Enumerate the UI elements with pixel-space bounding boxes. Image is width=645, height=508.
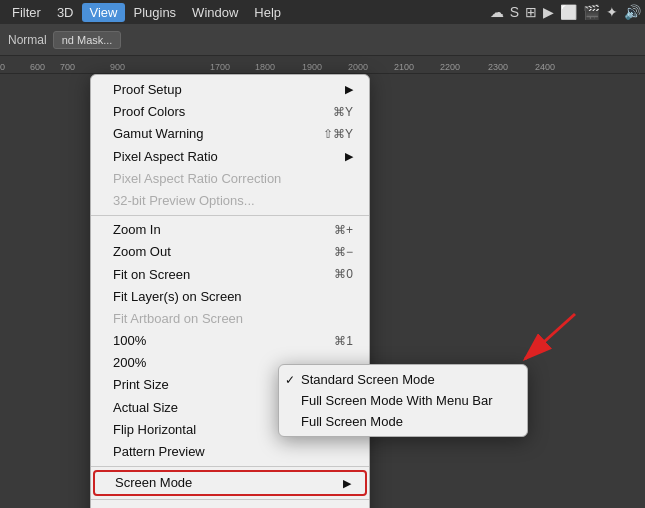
menu-item-gamut-warning[interactable]: Gamut Warning ⇧⌘Y: [91, 123, 369, 145]
ruler-tick-1700: 1700: [210, 62, 230, 72]
menu-item-pixel-aspect-ratio[interactable]: Pixel Aspect Ratio ▶: [91, 146, 369, 168]
camera-icon: 🎬: [583, 4, 600, 20]
volume-icon: 🔊: [624, 4, 641, 20]
menu-item-fit-artboard: Fit Artboard on Screen: [91, 308, 369, 330]
ruler-tick-700: 700: [60, 62, 75, 72]
screen-icon: ⬜: [560, 4, 577, 20]
separator-2: [91, 466, 369, 467]
ruler-tick-900: 900: [110, 62, 125, 72]
submenu-item-fullscreen[interactable]: Full Screen Mode: [279, 411, 527, 432]
menu-item-zoom-in[interactable]: Zoom In ⌘+: [91, 219, 369, 241]
submenu-item-standard[interactable]: ✓ Standard Screen Mode: [279, 369, 527, 390]
play-icon: ▶: [543, 4, 554, 20]
ruler-tick-2400: 2400: [535, 62, 555, 72]
menubar-right: ☁ S ⊞ ▶ ⬜ 🎬 ✦ 🔊: [490, 4, 641, 20]
bluetooth-icon: ✦: [606, 4, 618, 20]
horizontal-ruler: 0 600 700 900 1700 1800 1900 2000 2100 2…: [0, 56, 645, 74]
cloud-icon: ☁: [490, 4, 504, 20]
ruler-tick-2200: 2200: [440, 62, 460, 72]
mode-label: Normal: [8, 33, 47, 47]
menubar-items: Filter 3D View Plugins Window Help: [4, 3, 289, 22]
svg-line-1: [525, 314, 575, 359]
ruler-tick-0: 0: [0, 62, 5, 72]
menubar-item-window[interactable]: Window: [184, 3, 246, 22]
menu-item-proof-setup[interactable]: Proof Setup ▶: [91, 79, 369, 101]
ruler-tick-1900: 1900: [302, 62, 322, 72]
separator-1: [91, 215, 369, 216]
menu-item-fit-screen[interactable]: Fit on Screen ⌘0: [91, 264, 369, 286]
menu-item-pixel-aspect-correction: Pixel Aspect Ratio Correction: [91, 168, 369, 190]
menu-item-100[interactable]: 100% ⌘1: [91, 330, 369, 352]
ruler-tick-2100: 2100: [394, 62, 414, 72]
ruler-tick-2300: 2300: [488, 62, 508, 72]
ruler-tick-2000: 2000: [348, 62, 368, 72]
check-icon: ✓: [285, 373, 295, 387]
screen-mode-wrapper: Screen Mode ▶: [93, 470, 367, 496]
separator-3: [91, 499, 369, 500]
menu-item-pattern-preview[interactable]: Pattern Preview: [91, 441, 369, 463]
menubar: Filter 3D View Plugins Window Help ☁ S ⊞…: [0, 0, 645, 24]
menu-item-screen-mode[interactable]: Screen Mode ▶: [93, 470, 367, 496]
menu-item-32bit-preview: 32-bit Preview Options...: [91, 190, 369, 212]
submenu-item-fullscreen-menubar[interactable]: Full Screen Mode With Menu Bar: [279, 390, 527, 411]
arrow-icon: ▶: [345, 149, 353, 164]
menu-item-proof-colors[interactable]: Proof Colors ⌘Y: [91, 101, 369, 123]
grid-icon: ⊞: [525, 4, 537, 20]
menu-item-fit-layers[interactable]: Fit Layer(s) on Screen: [91, 286, 369, 308]
menubar-item-3d[interactable]: 3D: [49, 3, 82, 22]
mask-button[interactable]: nd Mask...: [53, 31, 122, 49]
menubar-item-filter[interactable]: Filter: [4, 3, 49, 22]
menubar-item-help[interactable]: Help: [246, 3, 289, 22]
toolbar: Normal nd Mask...: [0, 24, 645, 56]
view-dropdown-menu: Proof Setup ▶ Proof Colors ⌘Y Gamut Warn…: [90, 74, 370, 508]
menubar-item-plugins[interactable]: Plugins: [125, 3, 184, 22]
ruler-tick-600: 600: [30, 62, 45, 72]
canvas-area: Proof Setup ▶ Proof Colors ⌘Y Gamut Warn…: [0, 74, 645, 508]
arrow-icon: ▶: [343, 476, 351, 491]
menu-item-extras[interactable]: ✓ Extras ⌘H: [91, 503, 369, 508]
arrow-icon: ▶: [345, 82, 353, 97]
menubar-item-view[interactable]: View: [82, 3, 126, 22]
s-icon: S: [510, 4, 519, 20]
menu-item-zoom-out[interactable]: Zoom Out ⌘−: [91, 241, 369, 263]
screen-mode-submenu: ✓ Standard Screen Mode Full Screen Mode …: [278, 364, 528, 437]
ruler-tick-1800: 1800: [255, 62, 275, 72]
